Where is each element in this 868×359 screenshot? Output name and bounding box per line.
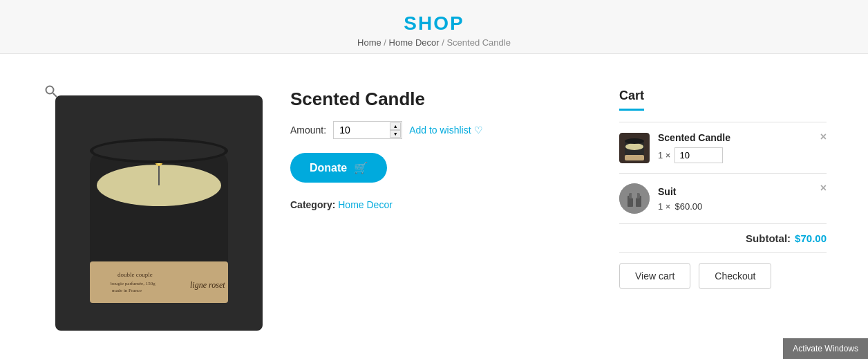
shop-title: SHOP <box>0 12 868 35</box>
cart-item-name: Scented Candle <box>658 132 827 143</box>
suit-thumbnail <box>619 183 650 214</box>
svg-rect-16 <box>625 155 644 160</box>
breadcrumb-home[interactable]: Home <box>357 37 381 48</box>
cart-item-qty: 1 × <box>658 147 827 163</box>
donate-button[interactable]: Donate 🛒 <box>290 153 387 183</box>
breadcrumb-section[interactable]: Home Decor <box>389 37 440 48</box>
cart-title: Cart <box>619 89 644 111</box>
donate-label: Donate <box>310 162 347 174</box>
svg-point-15 <box>625 143 643 150</box>
cart-items: Scented Candle 1 × × <box>619 122 827 224</box>
wishlist-link[interactable]: Add to wishlist ♡ <box>409 125 482 136</box>
cart-item-price-input[interactable] <box>674 147 723 163</box>
cart-item-qty-prefix: 1 × <box>658 150 670 160</box>
product-section: double couple bougie parfumée, 150g made… <box>41 82 592 331</box>
subtotal-amount: $70.00 <box>795 232 827 244</box>
spinner-down[interactable]: ▼ <box>390 130 401 138</box>
amount-label: Amount: <box>290 125 326 136</box>
svg-point-0 <box>46 86 54 94</box>
suit-price: $60.00 <box>674 201 702 212</box>
cart-item-info: Scented Candle 1 × <box>658 132 827 163</box>
amount-input-wrapper: ▲ ▼ <box>333 121 402 139</box>
breadcrumb-current: Scented Candle <box>446 37 511 48</box>
cart-item-thumb-suit <box>619 183 650 214</box>
cart-item: Suit 1 × $60.00 × <box>619 174 827 224</box>
svg-text:double couple: double couple <box>117 271 153 278</box>
svg-text:made in France: made in France <box>112 288 142 293</box>
cart-item-suit-qty: 1 × $60.00 <box>658 201 827 212</box>
product-details: Scented Candle Amount: ▲ ▼ Add to wishli… <box>290 82 592 210</box>
breadcrumb: Home / Home Decor / Scented Candle <box>0 37 868 48</box>
shop-header: SHOP Home / Home Decor / Scented Candle <box>0 0 868 54</box>
product-image: double couple bougie parfumée, 150g made… <box>55 95 263 331</box>
suit-qty-prefix: 1 × <box>658 201 670 212</box>
remove-item-suit-button[interactable]: × <box>820 182 827 194</box>
category-label: Category: <box>290 199 335 210</box>
svg-line-1 <box>53 93 57 98</box>
heart-icon: ♡ <box>474 125 483 136</box>
spinner-up[interactable]: ▲ <box>390 122 401 130</box>
cart-icon: 🛒 <box>354 161 368 174</box>
svg-text:ligne roset: ligne roset <box>190 280 225 290</box>
remove-item-candle-button[interactable]: × <box>820 131 827 143</box>
amount-row: Amount: ▲ ▼ Add to wishlist ♡ <box>290 121 592 139</box>
svg-point-13 <box>93 141 225 160</box>
svg-text:bougie parfumée, 150g: bougie parfumée, 150g <box>111 281 155 286</box>
candle-thumbnail <box>619 133 650 163</box>
checkout-button[interactable]: Checkout <box>699 263 771 289</box>
cart-item-suit-info: Suit 1 × $60.00 <box>658 186 827 212</box>
view-cart-button[interactable]: View cart <box>619 263 690 289</box>
cart-item: Scented Candle 1 × × <box>619 122 827 174</box>
category-row: Category: Home Decor <box>290 199 592 210</box>
wishlist-label: Add to wishlist <box>409 125 471 136</box>
main-content: double couple bougie parfumée, 150g made… <box>0 54 868 358</box>
category-link[interactable]: Home Decor <box>338 199 393 210</box>
amount-spinner: ▲ ▼ <box>390 122 401 138</box>
product-name: Scented Candle <box>290 89 592 110</box>
breadcrumb-sep1: / <box>384 37 388 48</box>
subtotal-row: Subtotal: $70.00 <box>619 224 827 253</box>
product-image-wrapper: double couple bougie parfumée, 150g made… <box>41 82 263 331</box>
svg-rect-23 <box>632 190 637 199</box>
cart-sidebar: Cart Scented Candle <box>619 82 827 289</box>
subtotal-label: Subtotal: <box>746 232 791 244</box>
cart-item-suit-name: Suit <box>658 186 827 197</box>
svg-point-17 <box>625 138 644 144</box>
cart-item-thumb-candle <box>619 133 650 163</box>
cart-actions: View cart Checkout <box>619 263 827 289</box>
